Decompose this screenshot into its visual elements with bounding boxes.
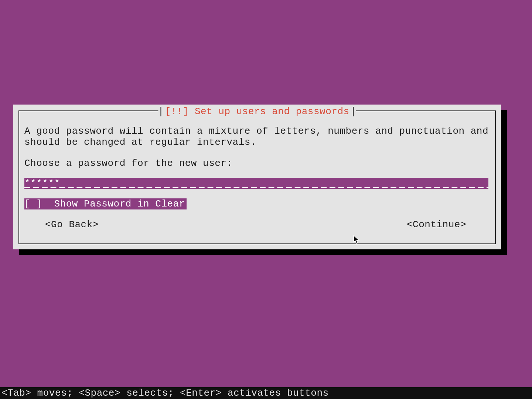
go-back-button[interactable]: <Go Back> [45,219,99,230]
checkbox-state: [ ] [24,198,42,209]
dialog-title-text: [!!] Set up users and passwords [161,106,353,117]
password-prompt: Choose a password for the new user: [24,158,490,169]
continue-button[interactable]: <Continue> [407,219,466,230]
installer-dialog: [!!] Set up users and passwords A good p… [13,105,501,249]
show-password-checkbox[interactable]: [ ] Show Password in Clear [24,198,187,209]
password-description: A good password will contain a mixture o… [24,126,490,148]
dialog-title: [!!] Set up users and passwords [158,106,356,117]
password-fill: ________________________________________… [24,178,488,189]
title-stub-right [353,107,354,116]
password-input[interactable]: ________________________________________… [24,178,488,189]
checkbox-label: Show Password in Clear [54,198,185,209]
footer-help-text: <Tab> moves; <Space> selects; <Enter> ac… [0,387,532,399]
dialog-content: A good password will contain a mixture o… [24,126,490,230]
button-row: <Go Back> <Continue> [45,219,466,230]
password-value: ****** [24,178,60,189]
